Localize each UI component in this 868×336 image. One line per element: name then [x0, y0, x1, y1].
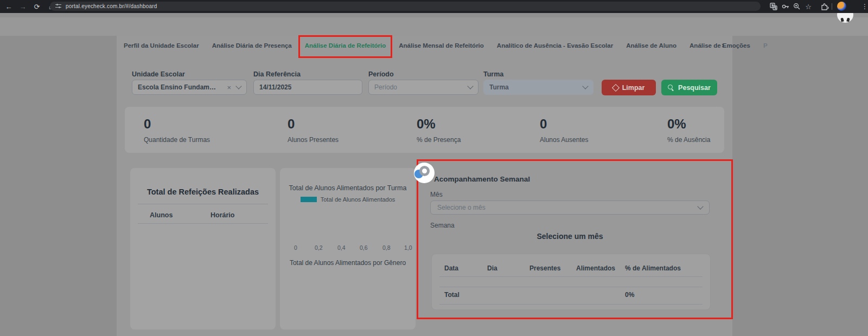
- stat-value: 0: [144, 117, 151, 132]
- col-dia: Dia: [487, 264, 497, 272]
- divider: [439, 276, 703, 277]
- chevron-down-icon: [235, 83, 241, 89]
- stat-value: 0%: [417, 117, 436, 132]
- password-key-icon[interactable]: [781, 2, 790, 11]
- chevron-down-icon: [582, 83, 588, 89]
- legend-swatch: [301, 197, 317, 202]
- tab-label: Análise Diária de Refeitório: [305, 42, 386, 49]
- unidade-escolar-value: Escola Ensino Fundamental ...: [138, 83, 219, 91]
- stat-label: % de Presença: [417, 136, 461, 144]
- tab-analise-emocoes[interactable]: Análise de Emoções: [690, 42, 750, 49]
- stat-value: 0: [288, 117, 295, 132]
- turma-label: Turma: [483, 70, 503, 78]
- chart-title: Total de Alunos Alimentados por Turma: [280, 184, 416, 192]
- mes-label: Mês: [430, 191, 443, 198]
- extensions-icon[interactable]: [820, 2, 829, 11]
- tab-analise-mensal-refeitorio[interactable]: Análise Mensal de Refeitório: [399, 42, 484, 49]
- mes-placeholder: Selecione o mês: [437, 204, 486, 211]
- bookmark-star-icon[interactable]: ☆: [803, 0, 814, 13]
- stat-label: Alunos Presentes: [288, 136, 339, 144]
- chevron-down-icon: [697, 203, 703, 209]
- browser-profile-avatar[interactable]: [837, 2, 846, 11]
- tabs-scroll-right-icon[interactable]: ›: [722, 40, 724, 49]
- reload-icon[interactable]: ⟳: [31, 0, 42, 13]
- acompanhamento-semanal-title: Acompanhamento Semanal: [434, 175, 530, 183]
- divider: [832, 3, 832, 10]
- col-horario: Horário: [210, 211, 234, 219]
- forward-icon[interactable]: →: [17, 0, 28, 13]
- chevron-down-icon: [467, 83, 473, 89]
- turma-placeholder: Turma: [489, 83, 509, 91]
- semana-label: Semana: [430, 222, 455, 229]
- periodo-placeholder: Período: [374, 83, 397, 91]
- x-tick: 1,0: [404, 244, 412, 251]
- periodo-select[interactable]: Período: [368, 80, 478, 95]
- x-tick: 0,8: [382, 244, 391, 251]
- refeicoes-title: Total de Refeições Realizadas: [130, 188, 276, 196]
- mes-select[interactable]: Selecione o mês: [430, 201, 710, 215]
- tab-analitico-ausencia[interactable]: Analítico de Ausência - Evasão Escolar: [497, 42, 613, 49]
- zoom-icon[interactable]: [793, 2, 801, 11]
- stat-value: 0%: [667, 117, 686, 132]
- genero-chart-title: Total de Alunos Alimentados por Gênero: [280, 259, 416, 267]
- stat-label: % de Ausência: [667, 136, 710, 144]
- floating-widget-icon[interactable]: [414, 163, 435, 183]
- stats-card: 0 Quantidade de Turmas 0 Alunos Presente…: [125, 107, 724, 153]
- col-presentes: Presentes: [529, 264, 560, 272]
- stat-label: Quantidade de Turmas: [144, 136, 210, 144]
- x-tick: 0: [294, 244, 297, 251]
- weekly-table: Data Dia Presentes Alimentados % de Alim…: [431, 254, 711, 310]
- x-tick: 0,4: [337, 244, 346, 251]
- pesquisar-button[interactable]: Pesquisar: [661, 80, 717, 95]
- tab-overflow-partial[interactable]: P: [763, 42, 768, 49]
- col-alunos: Alunos: [150, 211, 173, 219]
- page-background-band: [0, 17, 868, 36]
- tab-analise-aluno[interactable]: Análise de Aluno: [626, 42, 676, 49]
- search-icon: [668, 85, 674, 91]
- tab-analise-diaria-presenca[interactable]: Análise Diária de Presença: [212, 42, 292, 49]
- turma-select[interactable]: Turma: [483, 80, 593, 95]
- x-tick: 0,2: [315, 244, 323, 251]
- back-icon[interactable]: ←: [3, 0, 14, 13]
- divider: [138, 223, 268, 224]
- legend-label: Total de Alunos Alimentados: [321, 196, 395, 203]
- clear-selection-icon[interactable]: ×: [227, 84, 231, 91]
- tracking-protection-icon[interactable]: [55, 4, 61, 9]
- divider: [439, 304, 703, 305]
- tab-analise-diaria-refeitorio[interactable]: Análise Diária de Refeitório: [305, 42, 386, 49]
- dia-referencia-label: Dia Referência: [253, 70, 301, 78]
- dia-referencia-value: 14/11/2025: [259, 83, 291, 91]
- col-pct-alimentados: % de Alimentados: [625, 264, 681, 272]
- translate-icon[interactable]: [769, 2, 778, 11]
- dashboard-tabs: Perfil da Unidade Escolar Análise Diária…: [124, 36, 768, 55]
- stat-label: Alunos Ausentes: [540, 136, 588, 144]
- eraser-icon: [612, 83, 620, 91]
- unidade-escolar-label: Unidade Escolar: [132, 70, 185, 78]
- tab-perfil-unidade-escolar[interactable]: Perfil da Unidade Escolar: [124, 42, 199, 49]
- url-bar[interactable]: portal.eyecheck.com.br/#/dashboard: [50, 2, 761, 11]
- col-data: Data: [444, 264, 458, 272]
- pesquisar-label: Pesquisar: [678, 84, 711, 92]
- divider: [138, 204, 268, 204]
- limpar-button[interactable]: Limpar: [602, 80, 656, 95]
- browser-chrome: ← → ⟳ ⌂ portal.eyecheck.com.br/#/dashboa…: [0, 0, 868, 13]
- browser-menu-icon[interactable]: ⋮: [861, 0, 868, 13]
- unidade-escolar-select[interactable]: Escola Ensino Fundamental ... ×: [132, 80, 247, 95]
- widget-donut: [419, 166, 430, 176]
- weekly-empty-message: Selecione um mês: [430, 232, 710, 241]
- col-alimentados: Alimentados: [576, 264, 615, 272]
- total-row-label: Total: [444, 291, 459, 299]
- limpar-label: Limpar: [622, 84, 645, 92]
- x-tick: 0,6: [360, 244, 368, 251]
- alimentados-turma-card: Total de Alunos Alimentados por Turma To…: [280, 168, 416, 329]
- url-text: portal.eyecheck.com.br/#/dashboard: [66, 3, 157, 9]
- dia-referencia-input[interactable]: 14/11/2025: [253, 80, 362, 95]
- stat-value: 0: [540, 117, 547, 132]
- periodo-label: Período: [368, 70, 394, 78]
- divider: [439, 287, 703, 287]
- total-row-value: 0%: [625, 291, 634, 299]
- total-refeicoes-card: Total de Refeições Realizadas Alunos Hor…: [130, 168, 276, 329]
- chart-legend: Total de Alunos Alimentados: [280, 196, 416, 203]
